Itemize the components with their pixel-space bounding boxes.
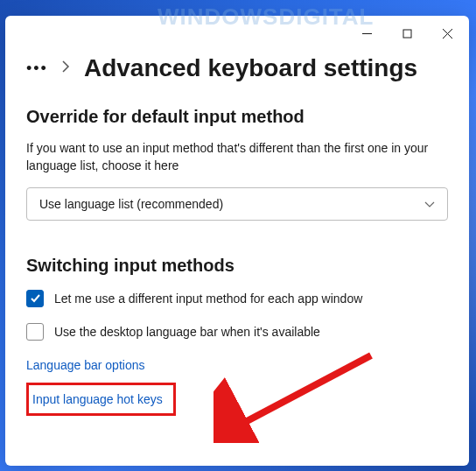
chevron-right-icon bbox=[62, 60, 70, 76]
minimize-button[interactable] bbox=[346, 16, 387, 51]
settings-window: ••• Advanced keyboard settings Override … bbox=[5, 16, 469, 466]
breadcrumb: ••• Advanced keyboard settings bbox=[26, 54, 448, 82]
override-section-heading: Override for default input method bbox=[26, 107, 448, 127]
chevron-down-icon bbox=[424, 197, 435, 211]
content-area: ••• Advanced keyboard settings Override … bbox=[5, 51, 469, 466]
desktop-bar-checkbox[interactable] bbox=[26, 323, 44, 341]
maximize-icon bbox=[402, 29, 412, 39]
desktop-bar-label: Use the desktop language bar when it's a… bbox=[54, 325, 320, 339]
minimize-icon bbox=[362, 29, 372, 39]
override-description: If you want to use an input method that'… bbox=[26, 139, 448, 175]
language-bar-options-link[interactable]: Language bar options bbox=[26, 358, 448, 372]
breadcrumb-more-icon[interactable]: ••• bbox=[26, 60, 48, 76]
close-icon bbox=[443, 29, 452, 39]
checkbox-row-desktop-bar: Use the desktop language bar when it's a… bbox=[26, 323, 448, 341]
dropdown-value: Use language list (recommended) bbox=[39, 197, 223, 211]
per-app-label: Let me use a different input method for … bbox=[54, 292, 362, 306]
input-method-dropdown[interactable]: Use language list (recommended) bbox=[26, 187, 448, 221]
switching-section-heading: Switching input methods bbox=[26, 256, 448, 276]
page-title: Advanced keyboard settings bbox=[84, 54, 417, 82]
svg-rect-1 bbox=[403, 30, 411, 38]
titlebar bbox=[5, 16, 469, 51]
close-button[interactable] bbox=[427, 16, 467, 51]
per-app-checkbox[interactable] bbox=[26, 290, 44, 307]
checkbox-row-per-app: Let me use a different input method for … bbox=[26, 290, 448, 307]
check-icon bbox=[30, 292, 41, 304]
input-language-hot-keys-link[interactable]: Input language hot keys bbox=[26, 383, 176, 416]
maximize-button[interactable] bbox=[387, 16, 427, 51]
